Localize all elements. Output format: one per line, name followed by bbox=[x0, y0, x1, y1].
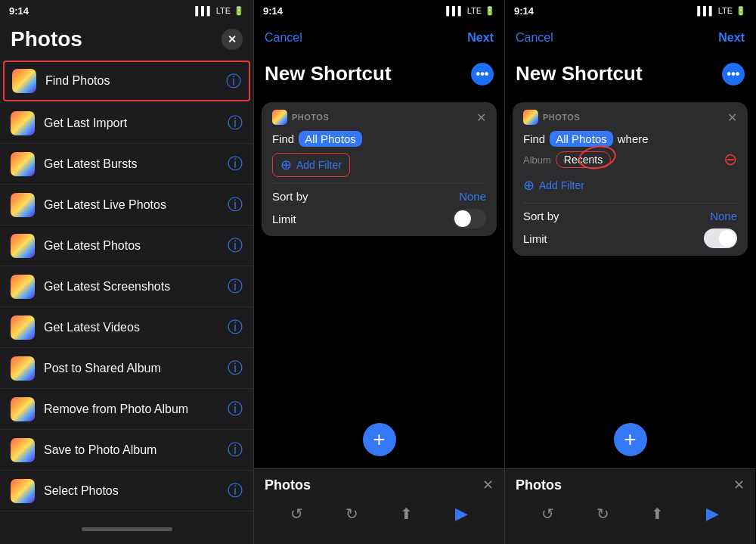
card-app-row-p3: PHOTOS bbox=[523, 110, 580, 125]
bottom-bar-p1 bbox=[0, 518, 253, 544]
info-icon-save[interactable]: ⓘ bbox=[228, 440, 243, 460]
strip-back-button-p3[interactable]: ↺ bbox=[534, 501, 560, 527]
recents-circle-annotation bbox=[577, 143, 618, 172]
strip-controls-p2: ↺ ↻ ⬆ ▶ bbox=[254, 498, 504, 530]
strip-close-p2[interactable]: ✕ bbox=[482, 477, 494, 493]
list-item-get-latest-photos[interactable]: Get Latest Photos ⓘ bbox=[0, 225, 253, 266]
add-filter-button-p2[interactable]: ⊕ Add Filter bbox=[272, 153, 350, 177]
strip-share-button-p3[interactable]: ⬆ bbox=[645, 501, 671, 527]
list-item-label-post-to-shared-album: Post to Shared Album bbox=[44, 362, 218, 375]
info-icon-select[interactable]: ⓘ bbox=[228, 480, 243, 501]
shortcut-title-row-p3: New Shortcut ••• bbox=[505, 54, 755, 95]
list-item-get-latest-screenshots[interactable]: Get Latest Screenshots ⓘ bbox=[0, 266, 253, 307]
add-filter-label-p3: Add Filter bbox=[539, 179, 584, 191]
info-icon-remove[interactable]: ⓘ bbox=[228, 399, 243, 419]
lte-label-p3: LTE bbox=[718, 6, 733, 15]
card-close-p2[interactable]: ✕ bbox=[476, 110, 486, 125]
strip-play-button-p2[interactable]: ▶ bbox=[449, 501, 475, 527]
signal-icon: ▌▌▌ bbox=[195, 6, 212, 15]
strip-header-p2: Photos ✕ bbox=[254, 469, 504, 498]
next-button-p2[interactable]: Next bbox=[467, 31, 494, 45]
all-photos-pill-p2[interactable]: All Photos bbox=[299, 131, 362, 147]
forward-icon-p3: ↻ bbox=[596, 505, 609, 523]
strip-forward-button-p2[interactable]: ↻ bbox=[339, 501, 364, 527]
strip-forward-button-p3[interactable]: ↻ bbox=[590, 501, 615, 527]
next-button-p3[interactable]: Next bbox=[718, 31, 745, 45]
plus-icon-p3: ⊕ bbox=[523, 177, 534, 194]
sort-by-value-p2[interactable]: None bbox=[459, 190, 486, 203]
card-action-row-p3: Find All Photos where bbox=[523, 131, 737, 147]
info-icon-latest-photos[interactable]: ⓘ bbox=[228, 235, 243, 256]
recents-pill-p3[interactable]: Recents bbox=[556, 151, 611, 168]
limit-row-p2: Limit bbox=[272, 209, 486, 228]
list-item-get-last-import[interactable]: Get Last Import ⓘ bbox=[0, 103, 253, 144]
list-item-find-photos[interactable]: Find Photos ⓘ bbox=[3, 61, 250, 101]
info-icon-post-shared[interactable]: ⓘ bbox=[228, 358, 243, 378]
info-icon-live-photos[interactable]: ⓘ bbox=[228, 194, 243, 215]
battery-icon-p2: 🔋 bbox=[485, 6, 495, 16]
info-icon-latest-videos[interactable]: ⓘ bbox=[228, 317, 243, 337]
list-item-get-latest-bursts[interactable]: Get Latest Bursts ⓘ bbox=[0, 144, 253, 185]
strip-controls-p3: ↺ ↻ ⬆ ▶ bbox=[505, 498, 755, 530]
close-button[interactable]: ✕ bbox=[222, 29, 243, 50]
strip-close-p3[interactable]: ✕ bbox=[733, 477, 745, 493]
limit-toggle-p2[interactable] bbox=[453, 209, 486, 228]
lte-label: LTE bbox=[216, 6, 231, 15]
add-filter-button-p3[interactable]: ⊕ Add Filter bbox=[523, 174, 737, 197]
list-item-remove-from-photo-album[interactable]: Remove from Photo Album ⓘ bbox=[0, 389, 253, 430]
status-bar-p2: 9:14 ▌▌▌ LTE 🔋 bbox=[254, 0, 504, 21]
strip-share-button-p2[interactable]: ⬆ bbox=[394, 501, 420, 527]
list-item-get-latest-videos[interactable]: Get Latest Videos ⓘ bbox=[0, 307, 253, 348]
fab-button-p3[interactable]: + bbox=[614, 423, 647, 456]
photos-strip-p3: Photos ✕ ↺ ↻ ⬆ ▶ bbox=[505, 468, 755, 544]
strip-back-button-p2[interactable]: ↺ bbox=[284, 501, 309, 527]
photos-icon-remove bbox=[11, 397, 35, 421]
card-app-row-p2: PHOTOS bbox=[272, 110, 329, 125]
list-item-post-to-shared-album[interactable]: Post to Shared Album ⓘ bbox=[0, 348, 253, 389]
card-app-icon-p3 bbox=[523, 110, 538, 125]
shortcut-nav-p3: Cancel Next bbox=[505, 21, 755, 54]
share-icon-p2: ⬆ bbox=[400, 505, 413, 523]
strip-title-p3: Photos bbox=[516, 477, 562, 493]
fab-icon-p3: + bbox=[624, 427, 636, 452]
info-icon-find-photos[interactable]: ⓘ bbox=[226, 71, 241, 92]
photos-icon-latest-bursts bbox=[11, 152, 35, 176]
cancel-button-p3[interactable]: Cancel bbox=[516, 31, 553, 45]
play-icon-p2: ▶ bbox=[455, 504, 468, 524]
action-card-p2: PHOTOS ✕ Find All Photos ⊕ Add Filter So… bbox=[262, 102, 497, 236]
sort-by-row-p2: Sort by None bbox=[272, 190, 486, 203]
shortcut-title-row-p2: New Shortcut ••• bbox=[254, 54, 504, 95]
divider-p2 bbox=[272, 183, 486, 184]
list-item-save-to-photo-album[interactable]: Save to Photo Album ⓘ bbox=[0, 430, 253, 471]
fab-icon-p2: + bbox=[373, 427, 385, 452]
list-item-get-latest-live-photos[interactable]: Get Latest Live Photos ⓘ bbox=[0, 185, 253, 225]
plus-icon-p2: ⊕ bbox=[280, 157, 292, 173]
shortcut-content-p2: PHOTOS ✕ Find All Photos ⊕ Add Filter So… bbox=[254, 95, 504, 468]
minus-circle-p3[interactable]: ⊖ bbox=[723, 150, 737, 169]
status-bar-p1: 9:14 ▌▌▌ LTE 🔋 bbox=[0, 0, 253, 21]
photos-icon-live-photos bbox=[11, 193, 35, 217]
info-icon-latest-bursts[interactable]: ⓘ bbox=[228, 154, 243, 174]
signal-icon-p2: ▌▌▌ bbox=[446, 6, 463, 15]
status-icons-p3: ▌▌▌ LTE 🔋 bbox=[697, 6, 746, 16]
cancel-button-p2[interactable]: Cancel bbox=[265, 31, 302, 45]
more-button-p2[interactable]: ••• bbox=[471, 63, 494, 85]
card-close-p3[interactable]: ✕ bbox=[727, 110, 737, 125]
title-bar-p1: Photos ✕ bbox=[0, 21, 253, 59]
card-action-row-p2: Find All Photos bbox=[272, 131, 486, 147]
strip-header-p3: Photos ✕ bbox=[505, 469, 755, 498]
limit-row-p3: Limit bbox=[523, 228, 737, 248]
all-photos-pill-p3[interactable]: All Photos bbox=[550, 131, 613, 147]
photos-icon-save bbox=[11, 438, 35, 462]
status-icons-p2: ▌▌▌ LTE 🔋 bbox=[446, 6, 495, 16]
strip-play-button-p3[interactable]: ▶ bbox=[700, 501, 726, 527]
more-icon-p3: ••• bbox=[727, 67, 740, 81]
more-button-p3[interactable]: ••• bbox=[722, 63, 745, 85]
info-icon-last-import[interactable]: ⓘ bbox=[228, 113, 243, 133]
photos-icon-latest-photos bbox=[11, 234, 35, 258]
sort-by-value-p3[interactable]: None bbox=[710, 210, 737, 222]
fab-button-p2[interactable]: + bbox=[363, 423, 396, 456]
limit-toggle-p3[interactable] bbox=[704, 228, 737, 248]
list-item-select-photos[interactable]: Select Photos ⓘ bbox=[0, 471, 253, 511]
info-icon-latest-screenshots[interactable]: ⓘ bbox=[228, 276, 243, 297]
